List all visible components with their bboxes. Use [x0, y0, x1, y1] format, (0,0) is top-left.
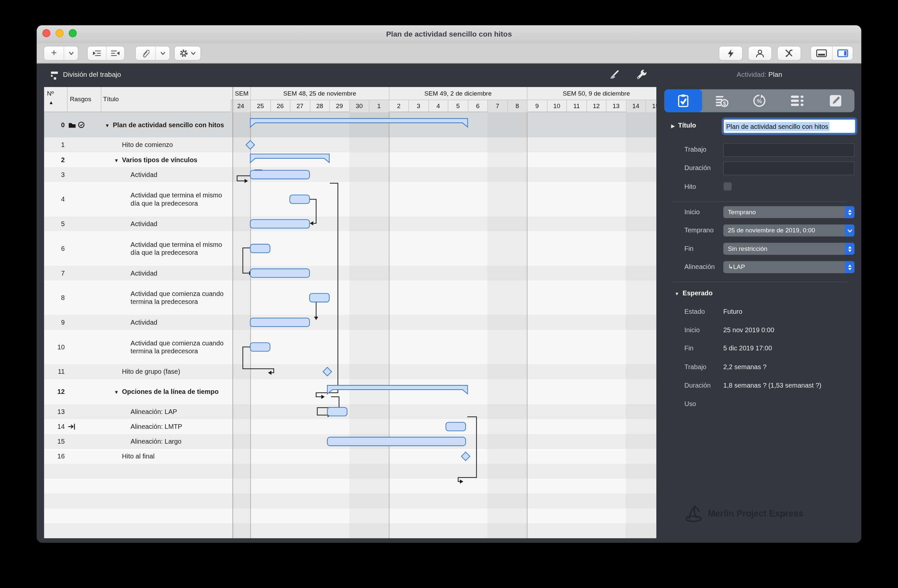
estado-value: Futuro [723, 308, 743, 315]
inspector-panel: $ % ▶Título Plan de actividad sencillo c… [657, 65, 861, 543]
add-activity-button[interactable]: + [44, 46, 64, 60]
gantt-summary-bar[interactable] [250, 119, 467, 127]
tab-cost[interactable]: $ [703, 89, 740, 112]
column-header-titulo[interactable]: Título [103, 95, 119, 103]
gantt-task-bar[interactable] [328, 407, 347, 416]
gantt-task-bar[interactable] [250, 220, 309, 228]
duracion-input[interactable] [723, 161, 855, 175]
row-title[interactable]: Actividad que termina el mismo día que l… [101, 191, 233, 207]
row-number: 16 [44, 453, 65, 460]
row-title[interactable]: ▼Plan de actividad sencillo con hitos [101, 121, 233, 129]
gantt-task-bar[interactable] [328, 437, 466, 445]
row-title[interactable]: Alineación: Largo [101, 438, 233, 445]
table-gantt-splitter[interactable] [232, 87, 233, 538]
disclosure-down-icon[interactable]: ▼ [105, 121, 113, 129]
esp-inicio-value: 25 nov 2019 0:00 [723, 326, 774, 333]
disclosure-down-icon[interactable]: ▼ [114, 156, 122, 164]
gantt-task-bar[interactable] [250, 343, 270, 352]
column-header-rasgos[interactable]: Rasgos [70, 95, 91, 103]
inicio-popup[interactable]: Temprano [723, 206, 855, 218]
brush-icon[interactable] [607, 70, 619, 81]
row-number: 3 [44, 171, 65, 178]
link-arrowhead [314, 317, 318, 320]
row-title[interactable]: Hito de comienzo [101, 141, 233, 149]
attach-button[interactable] [136, 46, 155, 60]
panel-right-icon [837, 49, 848, 57]
actions-button[interactable] [719, 46, 742, 60]
row-title[interactable]: Hito al final [101, 452, 233, 460]
wrench-icon[interactable] [636, 69, 647, 81]
disclosure-down-icon[interactable]: ▼ [114, 388, 122, 396]
fin-popup[interactable]: Sin restricción [723, 243, 855, 255]
esperado-section[interactable]: ▼Esperado [675, 290, 712, 296]
row-content: 1Hito de comienzo [44, 137, 233, 152]
stepper-icon [844, 261, 855, 273]
dependency-link [243, 248, 251, 273]
gantt-milestone[interactable] [461, 452, 470, 461]
row-number: 7 [44, 270, 65, 276]
titulo-input[interactable]: Plan de actividad sencillo con hitos [723, 119, 855, 133]
row-content: 14Alineación: LMTP [44, 419, 233, 434]
day-header-cell: 6 [467, 100, 487, 112]
tab-notes[interactable] [817, 89, 855, 112]
column-header-n[interactable]: Nº [47, 90, 54, 97]
gantt-summary-bar[interactable] [250, 154, 329, 163]
gantt-task-bar[interactable] [250, 269, 309, 278]
week-header-cell: SEM 50, 9 de diciembre [527, 87, 657, 100]
toggle-bottom-panel-button[interactable] [811, 46, 832, 60]
week-header-cell: SEM 49, 2 de diciembre [389, 87, 527, 100]
day-header-cell: 1 [369, 100, 389, 112]
sort-asc-icon[interactable]: ▲ [49, 100, 54, 105]
panel-bottom-icon [816, 49, 827, 57]
row-title[interactable]: Actividad [101, 171, 233, 179]
row-title[interactable]: Alineación: LAP [101, 408, 233, 416]
indent-button[interactable] [88, 46, 106, 60]
tab-activity[interactable] [664, 89, 702, 112]
row-title[interactable]: Actividad que comienza cuando termina la… [101, 339, 233, 355]
view-name[interactable]: División del trabajo [63, 71, 121, 78]
row-title[interactable]: ▼Varios tipos de vínculos [101, 155, 233, 164]
gantt-task-bar[interactable] [446, 422, 466, 431]
edit-icon [829, 95, 842, 107]
toolbar: + [37, 43, 861, 64]
row-content: 0▼Plan de actividad sencillo con hitos [44, 112, 233, 137]
row-title[interactable]: Alineación: LMTP [101, 422, 233, 430]
row-title[interactable]: Actividad [101, 220, 233, 228]
gantt-task-bar[interactable] [290, 195, 309, 204]
hito-checkbox[interactable] [723, 182, 732, 190]
attach-dropdown-button[interactable] [155, 46, 169, 60]
tab-progress[interactable]: % [740, 89, 778, 112]
outdent-button[interactable] [106, 46, 124, 60]
stepper-icon [844, 206, 855, 218]
row-title[interactable]: Actividad [101, 269, 233, 277]
row-title[interactable]: Hito de grupo (fase) [101, 367, 233, 375]
titlebar: Plan de actividad sencillo con hitos [37, 25, 861, 43]
add-dropdown-button[interactable] [64, 46, 78, 60]
row-title[interactable]: ▼Opciones de la línea de tiempo [101, 387, 233, 396]
row-title[interactable]: Actividad que termina el mismo día que l… [101, 241, 233, 257]
gantt-task-bar[interactable] [250, 244, 270, 253]
trabajo-input[interactable] [723, 143, 855, 157]
alineacion-popup[interactable]: ↳LAP [723, 261, 855, 273]
day-header-cell: 30 [349, 100, 369, 112]
inicio-label: Inicio [684, 208, 700, 215]
toggle-inspector-button[interactable] [832, 46, 852, 60]
gantt-task-bar[interactable] [309, 293, 329, 302]
folder-icon [68, 121, 76, 128]
gantt-summary-bar[interactable] [328, 385, 468, 394]
gantt-task-bar[interactable] [250, 318, 309, 327]
resources-button[interactable] [749, 46, 771, 60]
tab-related[interactable] [778, 89, 816, 112]
temprano-combo[interactable]: 25 de noviembre de 2019, 0:00 [723, 224, 855, 236]
settings-button[interactable] [175, 46, 200, 60]
gantt-milestone[interactable] [323, 367, 332, 376]
gantt-milestone[interactable] [246, 140, 255, 149]
row-title[interactable]: Actividad que comienza cuando termina la… [101, 290, 233, 306]
row-title[interactable]: Actividad [101, 318, 233, 326]
esp-trabajo-label: Trabajo [684, 364, 706, 370]
svg-text:%: % [757, 98, 762, 104]
plus-icon: + [51, 48, 57, 58]
row-number: 13 [44, 408, 65, 415]
tools-button[interactable] [778, 46, 800, 60]
gantt-task-bar[interactable] [250, 170, 309, 179]
